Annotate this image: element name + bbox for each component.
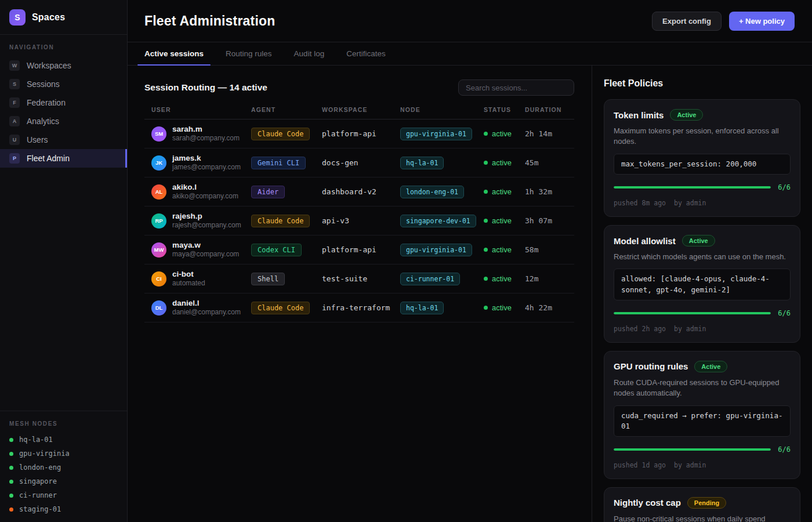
sessions-icon: S	[9, 79, 20, 89]
node-status-dot	[9, 507, 13, 512]
status-dot-icon	[484, 161, 488, 165]
policy-code: allowed: [claude-4-opus, claude-4-sonnet…	[614, 269, 791, 300]
sidebar-item-federation[interactable]: F Federation	[0, 93, 127, 112]
analytics-icon: A	[9, 116, 20, 126]
workspace-cell: platform-api	[322, 129, 400, 138]
workspace-cell: platform-api	[322, 245, 400, 254]
policy-footer: pushed 2h agoby admin	[614, 325, 791, 333]
duration-cell: 58m	[525, 245, 574, 254]
session-routing-title: Session Routing — 14 active	[144, 82, 267, 93]
table-row[interactable]: ALakiko.lakiko@company.comAiderdashboard…	[144, 177, 574, 206]
table-row[interactable]: SMsarah.msarah@company.comClaude Codepla…	[144, 119, 574, 148]
tab-active-sessions[interactable]: Active sessions	[135, 42, 213, 65]
status-dot-icon	[484, 132, 488, 136]
export-config-button[interactable]: Export config	[652, 12, 722, 31]
user-email: rajesh@company.com	[172, 221, 241, 230]
duration-cell: 45m	[525, 158, 574, 167]
search-input[interactable]	[458, 79, 574, 96]
policy-description: Restrict which models agents can use on …	[614, 252, 791, 262]
tab-audit-log[interactable]: Audit log	[285, 42, 334, 65]
sidebar-item-workspaces[interactable]: W Workspaces	[0, 56, 127, 75]
main-area: Fleet Administration Export config + New…	[128, 0, 812, 522]
agent-badge: Shell	[251, 273, 285, 285]
table-row[interactable]: JKjames.kjames@company.comGemini CLIdocs…	[144, 148, 574, 177]
table-row[interactable]: MWmaya.wmaya@company.comCodex CLIplatfor…	[144, 235, 574, 264]
progress-track	[614, 186, 771, 188]
workspaces-icon: W	[9, 60, 20, 71]
sidebar-item-sessions[interactable]: S Sessions	[0, 75, 127, 93]
policy-pushed-time: pushed 2h ago	[614, 325, 666, 333]
policy-pushed-time: pushed 1d ago	[614, 461, 666, 469]
policy-card[interactable]: Token limitsActiveMaximum tokens per ses…	[604, 99, 800, 217]
table-header-row: User Agent Workspace Node Status Duratio…	[144, 106, 574, 119]
progress-label: 6/6	[778, 309, 791, 317]
policy-name: Nightly cost cap	[614, 498, 681, 507]
policy-name: GPU routing rules	[614, 361, 688, 371]
user-email: akiko@company.com	[172, 192, 238, 201]
workspace-cell: test-suite	[322, 274, 400, 283]
user-cell: SMsarah.msarah@company.com	[144, 125, 251, 143]
column-header-workspace: Workspace	[322, 106, 400, 113]
federation-icon: F	[9, 97, 20, 108]
policy-code: cuda_required → prefer: gpu-virginia-01	[614, 405, 791, 437]
progress-label: 6/6	[778, 183, 791, 191]
tab-certificates[interactable]: Certificates	[337, 42, 395, 65]
status-text: active	[492, 158, 512, 167]
rollout-progress: 6/6	[614, 445, 791, 454]
column-header-status: Status	[484, 106, 525, 113]
sidebar-item-label: Fleet Admin	[27, 154, 70, 163]
user-cell: CIci-botautomated	[144, 270, 251, 288]
progress-fill	[614, 448, 771, 451]
avatar: JK	[151, 155, 166, 171]
user-email: maya@company.com	[172, 250, 239, 259]
avatar: MW	[151, 242, 166, 258]
progress-track	[614, 448, 771, 451]
sidebar-item-users[interactable]: U Users	[0, 130, 127, 149]
user-email: sarah@company.com	[172, 134, 240, 143]
mesh-nodes-section: MESH NODES hq-la-01 gpu-virginia london-…	[0, 411, 127, 522]
status-cell: active	[484, 303, 525, 312]
agent-badge: Gemini CLI	[251, 157, 306, 169]
agent-badge: Claude Code	[251, 302, 310, 314]
node-status-dot	[9, 466, 13, 470]
avatar: AL	[151, 184, 166, 200]
table-row[interactable]: DLdaniel.ldaniel@company.comClaude Codei…	[144, 293, 574, 322]
table-row[interactable]: CIci-botautomatedShelltest-suiteci-runne…	[144, 264, 574, 293]
progress-fill	[614, 312, 771, 314]
duration-cell: 1h 32m	[525, 187, 574, 196]
node-name: ci-runner	[19, 491, 57, 499]
user-name: james.k	[172, 154, 241, 164]
status-text: active	[492, 216, 512, 225]
column-header-user: User	[144, 106, 251, 113]
policy-card[interactable]: GPU routing rulesActiveRoute CUDA-requir…	[604, 351, 800, 479]
policy-name: Token limits	[614, 110, 664, 120]
new-policy-button[interactable]: + New policy	[729, 12, 795, 31]
session-table-body: SMsarah.msarah@company.comClaude Codepla…	[144, 119, 574, 322]
status-dot-icon	[484, 306, 488, 310]
rollout-progress: 6/6	[614, 309, 791, 317]
mesh-node-staging-01: staging-01	[0, 502, 127, 516]
node-name: singapore	[19, 477, 57, 485]
policy-footer: pushed 8m agoby admin	[614, 199, 791, 207]
sidebar-item-label: Analytics	[27, 117, 59, 126]
policy-card[interactable]: Model allowlistActiveRestrict which mode…	[604, 225, 800, 343]
status-dot-icon	[484, 248, 488, 252]
sidebar-item-fleet-admin[interactable]: P Fleet Admin	[0, 149, 127, 168]
column-header-node: Node	[400, 106, 484, 113]
node-name: hq-la-01	[19, 436, 53, 444]
node-badge: london-eng-01	[400, 186, 464, 198]
sidebar-item-analytics[interactable]: A Analytics	[0, 112, 127, 130]
tab-routing-rules[interactable]: Routing rules	[216, 42, 281, 65]
table-row[interactable]: RPrajesh.prajesh@company.comClaude Codea…	[144, 206, 574, 235]
node-badge: gpu-virginia-01	[400, 244, 472, 256]
duration-cell: 4h 22m	[525, 303, 574, 312]
status-text: active	[492, 187, 512, 196]
policy-description: Maximum tokens per session, enforced acr…	[614, 126, 791, 147]
duration-cell: 3h 07m	[525, 216, 574, 225]
mesh-node-hq-la-01: hq-la-01	[0, 433, 127, 447]
policy-card[interactable]: Nightly cost capPendingPause non-critica…	[604, 487, 800, 522]
status-text: active	[492, 129, 512, 138]
node-name: staging-01	[19, 505, 61, 513]
sidebar-item-label: Workspaces	[27, 61, 71, 70]
users-icon: U	[9, 135, 20, 145]
